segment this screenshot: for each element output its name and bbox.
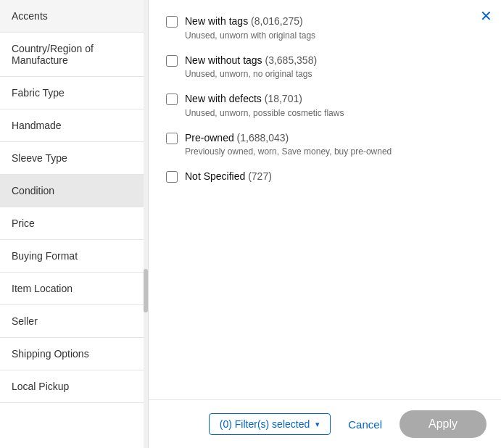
chevron-down-icon: ▾ [315, 420, 320, 429]
filter-option-new-with-tags: New with tags (8,016,275) Unused, unworn… [166, 14, 484, 41]
filter-option-label-not-specified[interactable]: Not Specified (727) [166, 170, 484, 184]
filter-option-new-without-tags: New without tags (3,685,358) Unused, unw… [166, 54, 484, 80]
filter-checkbox-pre-owned[interactable] [166, 133, 178, 144]
sidebar-item-country-region-of-manufacture[interactable]: Country/Region of Manufacture [0, 33, 148, 77]
modal-container: AccentsCountry/Region of ManufactureFabr… [0, 0, 501, 448]
sidebar-item-fabric-type[interactable]: Fabric Type [0, 77, 148, 109]
filter-count-new-with-tags: (8,016,275) [251, 15, 303, 27]
filter-count-new-with-defects: (18,701) [265, 93, 302, 104]
apply-button[interactable]: Apply [399, 410, 486, 438]
sidebar-item-buying-format[interactable]: Buying Format [0, 240, 148, 273]
panel-footer: (0) Filter(s) selected ▾ Cancel Apply [149, 399, 501, 448]
sidebar: AccentsCountry/Region of ManufactureFabr… [0, 0, 149, 448]
filter-option-label-new-with-defects[interactable]: New with defects (18,701) Unused, unworn… [166, 92, 484, 118]
sidebar-item-local-pickup[interactable]: Local Pickup [0, 370, 148, 403]
filters-selected-badge[interactable]: (0) Filter(s) selected ▾ [209, 413, 331, 435]
right-panel: ✕ New with tags (8,016,275) Unused, unwo… [149, 0, 501, 448]
sidebar-item-item-location[interactable]: Item Location [0, 273, 148, 305]
close-button[interactable]: ✕ [480, 7, 492, 25]
cancel-button[interactable]: Cancel [339, 412, 391, 436]
filter-desc-pre-owned: Previously owned, worn, Save money, buy … [185, 146, 392, 157]
filter-option-pre-owned: Pre-owned (1,688,043) Previously owned, … [166, 131, 484, 157]
filter-options-list: New with tags (8,016,275) Unused, unworn… [149, 0, 501, 399]
filter-title-new-without-tags: New without tags (3,685,358) [185, 54, 317, 68]
filter-option-label-pre-owned[interactable]: Pre-owned (1,688,043) Previously owned, … [166, 131, 484, 157]
filter-title-not-specified: Not Specified (727) [185, 170, 272, 184]
sidebar-item-shipping-options[interactable]: Shipping Options [0, 338, 148, 370]
filter-option-label-new-without-tags[interactable]: New without tags (3,685,358) Unused, unw… [166, 54, 484, 80]
filter-option-new-with-defects: New with defects (18,701) Unused, unworn… [166, 92, 484, 118]
filter-checkbox-not-specified[interactable] [166, 171, 178, 183]
filter-desc-new-with-tags: Unused, unworn with original tags [185, 30, 315, 41]
filter-checkbox-new-without-tags[interactable] [166, 55, 178, 67]
filter-title-new-with-tags: New with tags (8,016,275) [185, 14, 315, 29]
sidebar-item-sleeve-type[interactable]: Sleeve Type [0, 142, 148, 175]
sidebar-item-handmade[interactable]: Handmade [0, 109, 148, 142]
filter-option-label-new-with-tags[interactable]: New with tags (8,016,275) Unused, unworn… [166, 14, 484, 41]
filter-checkbox-new-with-tags[interactable] [166, 16, 178, 28]
filter-count-not-specified: (727) [248, 170, 272, 182]
sidebar-item-price[interactable]: Price [0, 207, 148, 240]
filter-title-new-with-defects: New with defects (18,701) [185, 92, 344, 107]
filter-count-pre-owned: (1,688,043) [237, 132, 289, 144]
filter-title-pre-owned: Pre-owned (1,688,043) [185, 131, 392, 146]
filter-checkbox-new-with-defects[interactable] [166, 94, 178, 105]
sidebar-item-accents[interactable]: Accents [0, 0, 148, 33]
sidebar-item-seller[interactable]: Seller [0, 305, 148, 338]
filter-desc-new-without-tags: Unused, unworn, no original tags [185, 69, 317, 79]
filter-option-not-specified: Not Specified (727) [166, 170, 484, 184]
filters-selected-label: (0) Filter(s) selected [220, 418, 310, 430]
sidebar-item-condition[interactable]: Condition [0, 175, 148, 207]
filter-count-new-without-tags: (3,685,358) [265, 54, 318, 66]
filter-desc-new-with-defects: Unused, unworn, possible cosmetic flaws [185, 108, 344, 118]
